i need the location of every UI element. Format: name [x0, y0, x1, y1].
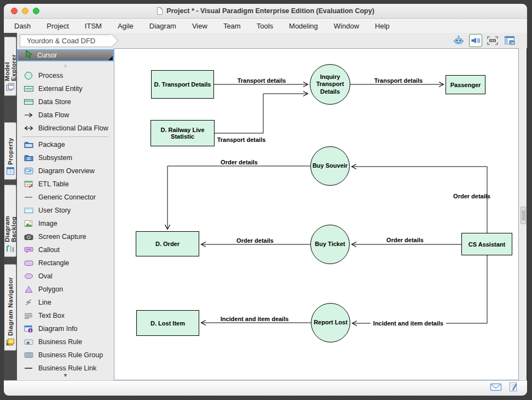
property-icon	[6, 167, 15, 178]
external-entity-icon	[24, 84, 33, 93]
palette-item-generic-connector[interactable]: Generic Connector	[17, 191, 114, 204]
data-store-icon	[24, 98, 33, 106]
menu-itsm[interactable]: ITSM	[85, 22, 102, 30]
flow-label[interactable]: Transport details	[238, 77, 286, 84]
palette-item-screen-capture[interactable]: Screen Capture	[17, 230, 114, 243]
tab-property[interactable]: Property	[4, 122, 16, 180]
menu-tools[interactable]: Tools	[257, 22, 273, 30]
menu-view[interactable]: View	[192, 22, 207, 30]
process-inquiry-transport-details[interactable]: Inquiry Transport Details	[310, 64, 350, 105]
palette-item-external-entity[interactable]: External Entity	[17, 82, 114, 95]
palette-item-rectangle[interactable]: Rectangle	[17, 256, 114, 270]
flow-order-details-souveir[interactable]	[167, 166, 310, 229]
data-store-lost-item[interactable]: D. Lost Item	[136, 310, 199, 336]
business-rule-icon	[24, 338, 33, 346]
minimize-button[interactable]	[22, 8, 28, 14]
palette-item-polygon[interactable]: Polygon	[17, 283, 114, 296]
menu-team[interactable]: Team	[223, 22, 241, 30]
process-buy-ticket[interactable]: Buy Ticket	[310, 225, 350, 264]
flow-label[interactable]: Transport details	[217, 136, 266, 143]
palette-item-data-flow[interactable]: Data Flow	[17, 108, 114, 122]
title-bar[interactable]: Project * - Visual Paradigm Enterprise E…	[4, 4, 527, 19]
flow-order-details-cs-souveir[interactable]	[352, 167, 487, 233]
palette-item-text-box[interactable]: Text Box	[17, 309, 114, 322]
breadcrumb[interactable]: Yourdon & Coad DFD	[20, 35, 112, 47]
edit-document-icon[interactable]	[508, 382, 518, 395]
tab-model-explorer[interactable]: Model Explorer	[4, 37, 16, 96]
document-icon	[157, 7, 163, 15]
palette-item-etl-table[interactable]: ETL Table	[17, 178, 114, 191]
subsystem-icon	[24, 153, 33, 162]
diagram-overview-icon	[24, 167, 33, 175]
palette-item-bidirectional-data-flow[interactable]: Bidirectional Data Flow	[17, 122, 114, 135]
menu-project[interactable]: Project	[47, 22, 68, 30]
tab-diagram-backlog[interactable]: Diagram Backlog	[4, 185, 16, 257]
diagram-toolbar: Yourdon & Coad DFD	[17, 33, 527, 48]
menu-window[interactable]: Window	[334, 22, 359, 30]
fit-selection-icon[interactable]	[486, 34, 499, 47]
robot-assistant-icon[interactable]	[452, 34, 465, 47]
polygon-icon	[24, 285, 33, 294]
menu-modeling[interactable]: Modeling	[289, 22, 318, 30]
palette-item-callout[interactable]: Callout	[17, 243, 114, 256]
flow-label[interactable]: Incident and item details	[371, 320, 446, 327]
palette-item-image[interactable]: Image	[17, 217, 114, 230]
menu-bar: Dash Project ITSM Agile Diagram View Tea…	[4, 19, 527, 33]
side-tab-strip: Model Explorer Property Diagram Backlog …	[4, 33, 17, 380]
text-box-icon	[24, 311, 33, 320]
diagram-canvas[interactable]: D. Transport Details D. Railway Live Sta…	[114, 48, 519, 380]
generic-connector-icon	[24, 193, 33, 202]
cursor-dropdown-corner[interactable]	[108, 56, 113, 60]
palette-item-package[interactable]: Package	[17, 138, 114, 151]
process-buy-souveir[interactable]: Buy Souveir	[310, 146, 350, 186]
flow-label[interactable]: Order details	[453, 193, 490, 199]
data-store-railway-live-statistic[interactable]: D. Railway Live Statistic	[151, 120, 215, 146]
menu-agile[interactable]: Agile	[118, 22, 134, 30]
line-icon	[24, 298, 33, 307]
flow-label[interactable]: Order details	[386, 237, 424, 243]
content-area: Model Explorer Property Diagram Backlog …	[4, 33, 527, 380]
menu-dash[interactable]: Dash	[14, 22, 31, 30]
process-report-lost[interactable]: Report Lost	[311, 303, 350, 342]
flow-label[interactable]: Transport details	[374, 77, 423, 84]
flow-label[interactable]: Incident and item deails	[221, 316, 289, 322]
palette-scroll-down[interactable]: ▼	[17, 372, 114, 379]
cursor-tool[interactable]: Cursor	[17, 49, 114, 61]
callout-icon	[24, 245, 33, 254]
palette-item-line[interactable]: Line	[17, 296, 114, 309]
status-bar	[4, 380, 527, 396]
tab-diagram-navigator[interactable]: Diagram Navigator	[4, 264, 16, 351]
flow-transport-details-2[interactable]	[215, 94, 308, 133]
palette-item-subsystem[interactable]: Subsystem	[17, 151, 114, 164]
close-button[interactable]	[11, 8, 18, 14]
palette-item-data-store[interactable]: Data Store	[17, 95, 114, 108]
diagram-info-icon	[24, 324, 33, 333]
flow-label[interactable]: Order details	[236, 237, 274, 244]
data-store-transport-details[interactable]: D. Transport Details	[151, 70, 214, 99]
palette-scroll-up[interactable]: ▲	[17, 61, 114, 69]
tool-palette: Cursor ▲ Process External Entity Data St…	[17, 48, 114, 380]
menu-help[interactable]: Help	[375, 22, 390, 30]
palette-item-business-rule[interactable]: Business Rule	[17, 335, 114, 348]
oval-icon	[24, 272, 33, 281]
palette-item-process[interactable]: Process	[17, 69, 114, 82]
panel-splitter-handle[interactable]	[521, 207, 526, 224]
flow-incident-cs-report[interactable]	[352, 255, 487, 323]
process-icon	[24, 71, 33, 80]
palette-item-oval[interactable]: Oval	[17, 270, 114, 283]
palette-item-business-rule-group[interactable]: Business Rule Group	[17, 348, 114, 362]
user-story-icon	[24, 206, 33, 215]
rectangle-icon	[24, 259, 33, 267]
palette-item-diagram-overview[interactable]: Diagram Overview	[17, 164, 114, 178]
palette-item-user-story[interactable]: User Story	[17, 204, 114, 217]
entity-cs-assistant[interactable]: CS Assistant	[461, 233, 512, 255]
announcement-icon[interactable]	[469, 34, 482, 47]
layout-panels-icon[interactable]	[503, 34, 516, 47]
data-store-order[interactable]: D. Order	[136, 231, 199, 256]
menu-diagram[interactable]: Diagram	[149, 22, 176, 30]
zoom-button[interactable]	[33, 8, 39, 14]
palette-item-diagram-info[interactable]: Diagram Info	[17, 322, 114, 335]
message-icon[interactable]	[490, 382, 502, 394]
flow-label[interactable]: Order details	[221, 159, 258, 165]
entity-passenger[interactable]: Passenger	[446, 75, 485, 94]
